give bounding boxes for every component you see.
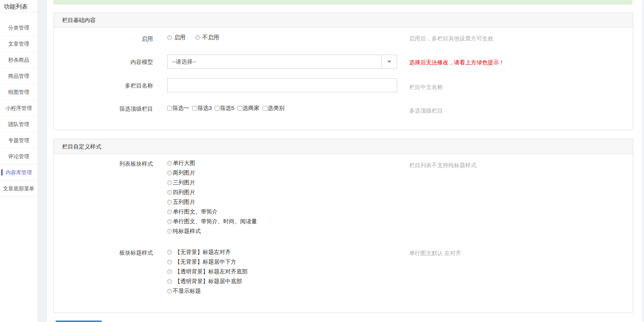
title-style-option-transparent-center-bottom[interactable]: 【透明背景】标题居中底部: [167, 276, 248, 286]
enable-no-label: 不启用: [202, 34, 219, 41]
filter-option-category-label: 选类别: [268, 105, 285, 112]
radio-icon[interactable]: [167, 250, 172, 255]
enable-yes-option[interactable]: 启用: [167, 34, 185, 41]
filter-option-category[interactable]: 选类别: [263, 105, 285, 112]
checkbox-icon[interactable]: [215, 106, 220, 111]
option-label: 纯标题样式: [173, 228, 201, 235]
filter-option-merchant-label: 选商家: [243, 105, 260, 112]
sidebar: 功能列表 分类管理 文章管理 秒杀商品 商品管理 组图管理 小程序管理 团队管理…: [0, 0, 37, 322]
sidebar-title: 功能列表: [0, 0, 37, 12]
option-label: 【无背景】标题居中下方: [175, 258, 236, 266]
content-model-select[interactable]: --请选择--: [167, 55, 397, 69]
sidebar-item-topic-management[interactable]: 专题管理: [0, 132, 37, 148]
basic-content-panel: 栏目基础内容 启用 启用 不启用 启用后，多栏目其他设置方可生效 内容模型 --…: [53, 12, 633, 130]
top-filter-field-label: 筛选顶级栏目: [54, 105, 153, 113]
sidebar-item-content-library-management[interactable]: 内容库管理: [0, 165, 37, 181]
filter-option-3-label: 筛选5: [220, 105, 234, 112]
chevron-down-icon: [387, 61, 391, 63]
content-model-warning: 选择后无法修改，请看上方绿色提示！: [409, 59, 505, 66]
checkbox-icon[interactable]: [192, 106, 197, 111]
title-style-option-nobg-center-below[interactable]: 【无背景】标题居中下方: [167, 257, 248, 267]
list-style-option-five-col[interactable]: 五列图片: [167, 197, 257, 207]
list-style-option-three-col[interactable]: 三列图片: [167, 178, 257, 187]
radio-icon[interactable]: [167, 180, 172, 185]
checkbox-icon[interactable]: [167, 106, 172, 111]
filter-option-3[interactable]: 筛选5: [215, 105, 234, 112]
title-style-field-label: 板块标题样式: [54, 249, 153, 257]
radio-icon[interactable]: [167, 200, 172, 205]
filter-option-1[interactable]: 筛选一: [167, 105, 189, 112]
sidebar-item-goods-management[interactable]: 商品管理: [0, 68, 37, 84]
style-panel-title: 栏目自定义样式: [54, 139, 633, 154]
top-filter-hint: 多选顶级栏目: [409, 107, 443, 114]
radio-icon[interactable]: [167, 171, 172, 175]
radio-icon[interactable]: [167, 35, 172, 40]
enable-radio-group: 启用 不启用: [167, 34, 219, 41]
title-style-radio-group: 【无背景】标题左对齐 【无背景】标题居中下方 【透明背景】标题左对齐底部 【透明…: [167, 247, 248, 296]
list-style-option-single-large[interactable]: 单行大图: [167, 158, 257, 168]
submit-button[interactable]: [55, 321, 102, 322]
filter-option-2[interactable]: 筛选3: [192, 105, 212, 112]
sidebar-item-flashsale-goods[interactable]: 秒杀商品: [0, 52, 37, 68]
custom-style-panel: 栏目自定义样式 列表板块样式 单行大图 两列图片 三列图片 四列图片 五列图片 …: [53, 139, 633, 313]
sidebar-item-miniprogram-management[interactable]: 小程序管理: [0, 100, 37, 116]
radio-icon[interactable]: [167, 229, 172, 234]
radio-icon[interactable]: [167, 260, 172, 264]
checkbox-icon[interactable]: [263, 106, 267, 111]
content-model-dropdown-button[interactable]: [381, 55, 397, 68]
list-style-option-single-intro-time-views[interactable]: 单行图文、带简介、时间、阅读量: [167, 217, 257, 226]
option-label: 两列图片: [173, 169, 195, 177]
content-model-selected-value: --请选择--: [168, 55, 381, 68]
filter-option-2-label: 筛选3: [197, 105, 212, 112]
column-name-input[interactable]: [167, 78, 397, 92]
title-style-option-nobg-left[interactable]: 【无背景】标题左对齐: [167, 247, 248, 257]
sidebar-item-article-footer-menu[interactable]: 文章底部菜单: [0, 181, 37, 197]
list-style-option-four-col[interactable]: 四列图片: [167, 187, 257, 197]
list-style-hint: 栏目列表不支持纯标题样式: [409, 162, 476, 169]
sidebar-item-comment-management[interactable]: 评论管理: [0, 148, 37, 165]
option-label: 单行图文、带简介: [173, 208, 218, 215]
sidebar-content-divider: [37, 0, 47, 322]
option-label: 单行大图: [173, 160, 195, 167]
option-label: 五列图片: [173, 199, 195, 206]
sidebar-item-article-management[interactable]: 文章管理: [0, 36, 37, 52]
column-name-hint: 栏目中文名称: [409, 84, 443, 91]
enable-no-option[interactable]: 不启用: [195, 34, 219, 41]
radio-icon[interactable]: [167, 161, 172, 166]
checkbox-icon[interactable]: [237, 106, 242, 111]
option-label: 三列图片: [173, 179, 195, 186]
basic-panel-title: 栏目基础内容: [54, 13, 633, 28]
enable-hint: 启用后，多栏目其他设置方可生效: [409, 35, 493, 42]
option-label: 四列图片: [173, 189, 195, 196]
radio-icon[interactable]: [195, 35, 200, 40]
list-style-option-title-only[interactable]: 纯标题样式: [167, 226, 257, 236]
list-style-option-single-with-intro[interactable]: 单行图文、带简介: [167, 207, 257, 217]
option-label: 【透明背景】标题左对齐底部: [175, 268, 248, 275]
title-style-option-transparent-left-bottom[interactable]: 【透明背景】标题左对齐底部: [167, 267, 248, 276]
option-label: 不显示标题: [173, 288, 201, 295]
radio-icon[interactable]: [167, 190, 172, 195]
filter-option-1-label: 筛选一: [172, 105, 189, 112]
option-label: 【透明背景】标题居中底部: [175, 278, 242, 285]
list-style-field-label: 列表板块样式: [54, 160, 153, 168]
list-style-option-two-col[interactable]: 两列图片: [167, 168, 257, 178]
sidebar-item-category-management[interactable]: 分类管理: [0, 20, 37, 36]
radio-icon[interactable]: [167, 269, 172, 274]
success-alert: [53, 0, 632, 4]
sidebar-item-gallery-management[interactable]: 组图管理: [0, 84, 37, 100]
option-label: 单行图文、带简介、时间、阅读量: [173, 218, 257, 225]
radio-icon[interactable]: [167, 289, 172, 294]
filter-option-merchant[interactable]: 选商家: [237, 105, 260, 112]
enable-field-label: 启用: [54, 36, 153, 43]
radio-icon[interactable]: [167, 219, 172, 224]
radio-icon[interactable]: [167, 279, 172, 284]
page-scrollbar[interactable]: [642, 0, 644, 322]
sidebar-menu: 分类管理 文章管理 秒杀商品 商品管理 组图管理 小程序管理 团队管理 专题管理…: [0, 20, 37, 197]
option-label: 【无背景】标题左对齐: [175, 249, 231, 256]
title-style-hint: 单行图文默认 左对齐: [409, 250, 461, 257]
content-model-field-label: 内容模型: [54, 59, 153, 66]
title-style-option-no-title[interactable]: 不显示标题: [167, 286, 248, 296]
radio-icon[interactable]: [167, 209, 172, 214]
sidebar-item-team-management[interactable]: 团队管理: [0, 116, 37, 132]
column-name-field-label: 多栏目名称: [54, 82, 153, 89]
